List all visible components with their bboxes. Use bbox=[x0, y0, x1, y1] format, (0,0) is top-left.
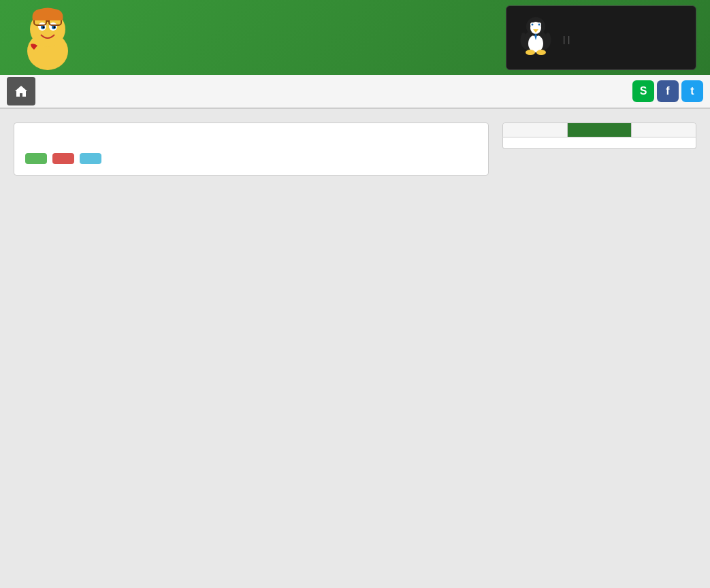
nav-faq[interactable] bbox=[63, 74, 84, 108]
nav-play[interactable] bbox=[41, 74, 63, 108]
stumbleupon-button[interactable]: S bbox=[632, 80, 654, 102]
sidebar-panel bbox=[502, 122, 696, 176]
action-buttons bbox=[25, 153, 477, 164]
main-content bbox=[0, 109, 710, 189]
clear-errors-button[interactable] bbox=[52, 153, 74, 164]
header: | | bbox=[0, 0, 710, 75]
navigation: S f t bbox=[0, 75, 710, 109]
svg-point-6 bbox=[43, 27, 45, 29]
nav-chat[interactable] bbox=[150, 74, 172, 108]
tab-forum[interactable] bbox=[503, 123, 568, 137]
svg-point-19 bbox=[526, 50, 535, 55]
nav-forum[interactable] bbox=[172, 74, 193, 108]
home-button[interactable] bbox=[7, 77, 35, 105]
logo-character bbox=[14, 3, 82, 71]
tab-news[interactable] bbox=[632, 123, 696, 137]
puzzle-panel bbox=[14, 122, 489, 176]
twitter-button[interactable]: t bbox=[681, 80, 703, 102]
svg-point-7 bbox=[54, 27, 56, 29]
penguin-icon bbox=[517, 14, 555, 61]
nav-morepuzzles[interactable] bbox=[193, 74, 215, 108]
svg-point-18 bbox=[538, 23, 540, 25]
facebook-button[interactable]: f bbox=[657, 80, 679, 102]
save-button[interactable] bbox=[25, 153, 47, 164]
logo-area bbox=[14, 3, 88, 71]
nav-myscores[interactable] bbox=[106, 74, 128, 108]
records-list bbox=[502, 137, 696, 149]
undo-button[interactable] bbox=[80, 153, 101, 164]
user-box: | | bbox=[506, 5, 696, 70]
user-links[interactable]: | | bbox=[563, 34, 570, 44]
tab-records[interactable] bbox=[568, 123, 632, 137]
nav-highscores[interactable] bbox=[84, 74, 106, 108]
svg-point-20 bbox=[536, 50, 546, 55]
user-info: | | bbox=[563, 31, 570, 44]
svg-point-17 bbox=[532, 23, 534, 25]
nav-recentgames[interactable] bbox=[128, 74, 150, 108]
tab-bar bbox=[502, 122, 696, 137]
social-links: S f t bbox=[632, 80, 703, 102]
